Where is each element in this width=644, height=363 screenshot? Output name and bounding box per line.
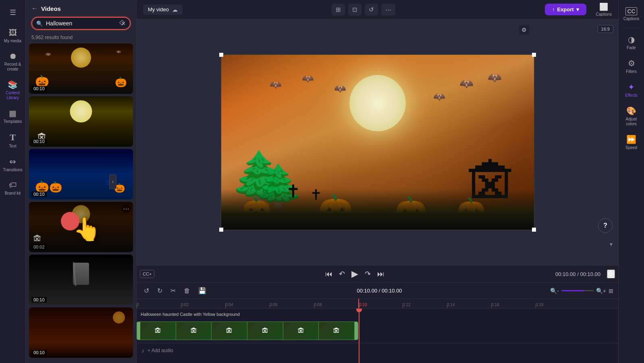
play-pause-button[interactable]: ▶ (351, 269, 358, 279)
video-thumb-2[interactable]: 🏚 00:10 (29, 96, 133, 147)
playback-controls: CC+ ⏮ ↶ ▶ ↷ ⏭ 00:10.00 / 00:10.00 ⛶ (137, 265, 618, 282)
fast-forward-button[interactable]: ↷ (365, 270, 371, 278)
canvas-handle-br[interactable] (532, 228, 536, 232)
results-count: 5,962 results found (26, 33, 136, 44)
video-thumb-4[interactable]: ⋯ 🏚 00:02 👆 (29, 202, 133, 252)
bat-2: 🦇 (302, 73, 314, 84)
fullscreen-button[interactable]: ⛶ (607, 270, 615, 278)
sidebar-item-my-media-label: My media (4, 39, 21, 44)
sidebar-item-brand-kit[interactable]: 🏷 Brand kit (2, 177, 24, 199)
save-button[interactable]: 💾 (196, 285, 209, 296)
track-label: Halloween haunted Castle with Yellow bac… (141, 312, 240, 317)
ruler-mark-6: 0:06 (270, 299, 314, 308)
search-icon: 🔍 (36, 21, 43, 27)
sidebar-item-templates[interactable]: ▦ Templates (2, 105, 24, 127)
help-button[interactable]: ? (598, 218, 613, 233)
project-name-tab[interactable]: My video ☁ (143, 4, 183, 15)
sidebar-item-record[interactable]: ⏺ Record &create (2, 48, 24, 75)
sidebar-item-brand-kit-label: Brand kit (5, 191, 21, 196)
sidebar-item-fade[interactable]: ◑ Fade (620, 31, 643, 54)
sidebar-item-text[interactable]: T Text (2, 129, 24, 152)
playhead[interactable] (359, 309, 359, 363)
add-audio-label: + Add audio (147, 348, 173, 353)
more-options-button[interactable]: ⋯ (381, 4, 395, 16)
timeline-time-display: 00:10.00 / 00:10.00 (212, 288, 547, 294)
track-left-handle[interactable] (137, 322, 140, 340)
ruler-mark-18: 0:18 (536, 299, 580, 308)
resize-button[interactable]: ⊞ (332, 4, 345, 16)
sidebar-item-adjust-colors[interactable]: 🎨 Adjust colors (620, 103, 643, 130)
ruler-mark-0: 0 (137, 299, 181, 308)
speed-icon: ⏩ (626, 135, 636, 144)
sidebar-item-record-label: Record &create (4, 62, 21, 72)
video-thumb-1[interactable]: 🎃 🎃 🦇 🦇 00:10 (29, 44, 133, 94)
skip-back-button[interactable]: ⏮ (325, 270, 332, 278)
captions-panel-button[interactable]: ⬜ Captions (596, 2, 612, 17)
timeline-tracks: Halloween haunted Castle with Yellow bac… (137, 309, 618, 363)
right-sidebar: CC Captions ◑ Fade ⚙ Filters ✦ Effects 🎨… (618, 0, 644, 363)
sidebar-item-captions[interactable]: CC Captions (620, 4, 643, 25)
export-button[interactable]: ↑ Export ▾ (545, 4, 586, 15)
filters-icon: ⚙ (628, 58, 635, 68)
track-right-handle[interactable] (355, 322, 358, 340)
add-audio-button[interactable]: + Add audio (147, 348, 173, 353)
top-bar: My video ☁ ⊞ ⊡ ↺ ⋯ ↑ Export ▾ ⬜ Captions (137, 0, 618, 19)
track-label-row: Halloween haunted Castle with Yellow bac… (137, 309, 618, 320)
zoom-slider[interactable] (561, 290, 594, 291)
ruler-labels: 0 0:02 0:04 0:06 0:08 0:10 0:12 0:14 0:1… (137, 299, 580, 308)
search-bar: 🔍 ✕ (31, 17, 131, 30)
ruler-mark-12: 0:12 (403, 299, 447, 308)
videos-panel-header: ← Videos (26, 0, 136, 15)
delete-button[interactable]: 🗑 (181, 286, 193, 296)
search-input[interactable] (46, 20, 118, 27)
videos-panel: ← Videos 🔍 ✕ ◇ 5,962 results found 🎃 🎃 🦇… (26, 0, 137, 363)
fit-zoom-button[interactable]: ⊞ (609, 288, 613, 294)
canvas-handle-bl[interactable] (219, 228, 223, 232)
captions-label: Captions (596, 12, 612, 17)
track-thumb-5: 🏚 (283, 322, 319, 340)
back-button[interactable]: ← (31, 5, 38, 12)
videos-grid: 🎃 🎃 🦇 🦇 00:10 🏚 00:10 🎃 🎃 🎃 🏚 00:10 (26, 44, 136, 363)
zoom-out-button[interactable]: 🔍- (550, 288, 559, 294)
sidebar-item-my-media[interactable]: 🖼 My media (2, 25, 24, 47)
skip-forward-button[interactable]: ⏭ (377, 270, 384, 278)
track-thumb-6: 🏚 (319, 322, 355, 340)
video-thumb-3[interactable]: 🎃 🎃 🎃 🏚 00:10 (29, 149, 133, 199)
video-canvas[interactable]: 🦇 🦇 🦇 🦇 🦇 🦇 🌲 🌲 🏚 ✝ ✝ 🎃 🎃 (220, 54, 535, 230)
video-thumb-6[interactable]: 00:10 (29, 307, 133, 358)
cut-button[interactable]: ✂ (168, 285, 178, 296)
canvas-settings-button[interactable]: ⚙ (519, 25, 529, 35)
video-track[interactable]: 🏚 🏚 🏚 🏚 🏚 🏚 (137, 322, 358, 340)
sidebar-item-effects[interactable]: ✦ Effects (620, 79, 643, 101)
hamburger-menu[interactable]: ☰ (6, 4, 20, 21)
adjust-colors-icon: 🎨 (626, 106, 636, 116)
undo-button[interactable]: ↺ (141, 285, 152, 296)
video-thumb-5[interactable]: 00:10 (29, 255, 133, 305)
collapse-panel-button[interactable]: ‹ (109, 174, 116, 189)
main-area: My video ☁ ⊞ ⊡ ↺ ⋯ ↑ Export ▾ ⬜ Captions (137, 0, 618, 363)
sidebar-item-transitions[interactable]: ⇔ Transitions (2, 153, 24, 176)
canvas-area: 🦇 🦇 🦇 🦇 🦇 🦇 🌲 🌲 🏚 ✝ ✝ 🎃 🎃 (137, 19, 618, 265)
drag-hand-icon: 👆 (73, 216, 101, 243)
closed-captions-button[interactable]: CC+ (140, 270, 154, 278)
export-icon: ↑ (552, 6, 555, 12)
redo-button[interactable]: ↻ (155, 285, 165, 296)
ruler-mark-14: 0:14 (447, 299, 491, 308)
crop-button[interactable]: ⊡ (348, 4, 361, 16)
rewind-button[interactable]: ↶ (339, 270, 345, 278)
rotate-button[interactable]: ↺ (365, 4, 378, 16)
video-duration-2: 00:10 (31, 139, 47, 144)
canvas-handle-tr[interactable] (532, 53, 536, 57)
collapse-right-button[interactable]: ▾ (610, 241, 613, 247)
playback-time: 00:10.00 / 00:10.00 (555, 271, 600, 277)
sidebar-item-speed[interactable]: ⏩ Speed (620, 131, 643, 153)
timeline-ruler[interactable]: 0 0:02 0:04 0:06 0:08 0:10 0:12 0:14 0:1… (137, 299, 618, 309)
sidebar-item-content-library[interactable]: 📚 Content Library (2, 77, 24, 104)
aspect-ratio-badge[interactable]: 16:9 (598, 25, 613, 33)
captions-label: Captions (623, 17, 639, 21)
canvas-toolbar-group: ⊞ ⊡ ↺ ⋯ (332, 4, 395, 16)
diamond-icon[interactable]: ◇ (119, 18, 125, 27)
zoom-in-button[interactable]: 🔍+ (596, 288, 606, 294)
canvas-handle-tl[interactable] (219, 53, 223, 57)
sidebar-item-filters[interactable]: ⚙ Filters (620, 55, 643, 77)
